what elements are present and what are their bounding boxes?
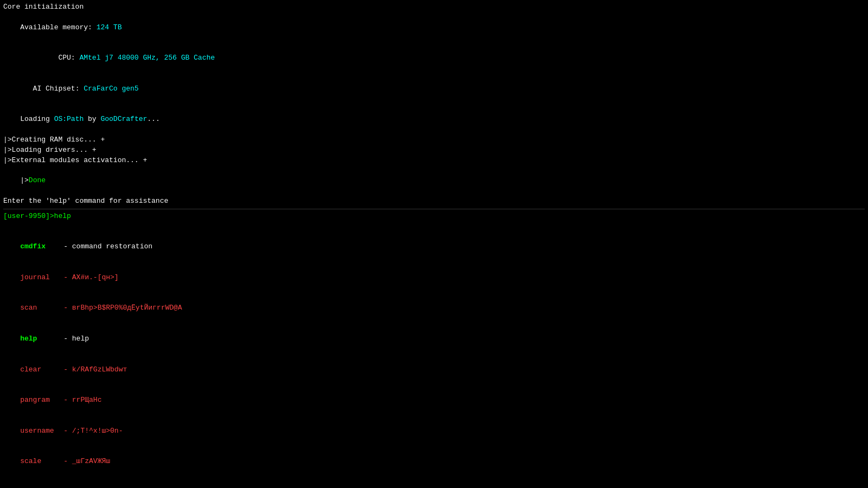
help-scan-line: scan- вrBhp>B$RP0%0дЁytЙигrrWD@A — [3, 293, 865, 324]
boot-line-7: |>Loading drivers... + — [3, 145, 865, 156]
boot-line-4: AI Chipset: CraFarCo gen5 — [3, 74, 865, 105]
help-journal-line: journal- AX#и.-[qн>] — [3, 262, 865, 293]
boot-line-10: Enter the 'help' command for assistance — [3, 196, 865, 207]
help-clear-line: clear- k/RAfGzLWbdwт — [3, 355, 865, 386]
prompt-1[interactable]: [user-9950]>help — [3, 211, 865, 222]
help-cmdfix-line: cmdfix- command restoration — [3, 232, 865, 263]
help-scale-line: scale- _шГzAVЖЯш — [3, 446, 865, 477]
boot-line-8: |>External modules activation... + — [3, 156, 865, 166]
boot-line-6: |>Creating RAM disc... + — [3, 135, 865, 145]
boot-line-1: Core initialization — [3, 2, 865, 12]
empty-line-1 — [3, 222, 865, 232]
boot-line-2: Available memory: 124 TB — [3, 12, 865, 43]
boot-line-9: |>Done — [3, 166, 865, 197]
boot-line-5: Loading OS:Path by GooDCrafter... — [3, 104, 865, 135]
help-help-line: help- help — [3, 324, 865, 355]
divider-1 — [3, 209, 865, 209]
help-username-line: username- /;T!^x!ш>0n- — [3, 416, 865, 447]
boot-line-3: CPU: AMtel j7 48000 GHz, 256 GB Cache — [3, 43, 865, 74]
help-pangram-line: pangram- rrРЩаНс — [3, 385, 865, 416]
help-font-line: font- u38hcЁB\ — [3, 477, 865, 488]
terminal: Core initialization Available memory: 12… — [3, 2, 865, 486]
